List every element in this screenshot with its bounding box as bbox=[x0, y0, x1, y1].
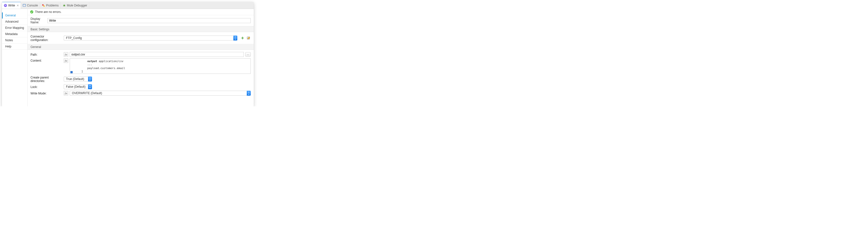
editor-marker-icon bbox=[70, 71, 73, 73]
svg-point-6 bbox=[43, 5, 44, 7]
write-connector-icon bbox=[4, 4, 7, 7]
write-mode-label: Write Mode: bbox=[31, 91, 62, 95]
section-general-title: General bbox=[28, 44, 254, 50]
connector-config-label: Connector configuration: bbox=[31, 34, 62, 42]
side-nav-error-mapping[interactable]: Error Mapping bbox=[2, 25, 27, 31]
validation-status-text: There are no errors. bbox=[35, 10, 62, 13]
side-nav-label: Metadata bbox=[5, 32, 18, 36]
content-code-text: --- bbox=[87, 63, 92, 66]
svg-point-5 bbox=[42, 4, 44, 6]
tab-label: Mule Debugger bbox=[67, 4, 87, 7]
fx-toggle-write-mode[interactable]: ƒx bbox=[64, 91, 68, 96]
lock-select[interactable]: False (Default) bbox=[64, 84, 92, 89]
side-nav-general[interactable]: General bbox=[2, 12, 27, 19]
section-basic-settings-title: Basic Settings bbox=[28, 26, 254, 32]
tab-label: Write bbox=[8, 4, 15, 7]
view-tabs-bar: Write ✕ Console Problems Mule Debugger bbox=[2, 2, 254, 9]
svg-point-13 bbox=[30, 10, 33, 13]
chevron-updown-icon bbox=[88, 77, 92, 81]
validation-status-bar: There are no errors. bbox=[28, 9, 254, 15]
check-ok-icon bbox=[30, 10, 33, 13]
svg-rect-15 bbox=[241, 38, 244, 38]
side-nav-label: Help bbox=[5, 45, 11, 48]
content-code-text: payload.customers.email bbox=[87, 66, 125, 70]
tab-mule-debugger[interactable]: Mule Debugger bbox=[61, 2, 89, 9]
create-parent-dirs-label: Create parent directories: bbox=[31, 75, 62, 83]
create-parent-dirs-value: True (Default) bbox=[64, 77, 88, 81]
tab-problems[interactable]: Problems bbox=[40, 2, 61, 9]
close-tab-icon[interactable]: ✕ bbox=[16, 4, 19, 7]
chevron-updown-icon bbox=[234, 35, 237, 40]
content-code-text: application/csv bbox=[99, 60, 123, 63]
problems-icon bbox=[42, 4, 45, 7]
tab-write[interactable]: Write ✕ bbox=[2, 2, 21, 9]
side-nav-notes[interactable]: Notes bbox=[2, 37, 27, 44]
display-name-label: Display Name: bbox=[31, 17, 45, 24]
side-nav-label: Error Mapping bbox=[5, 26, 24, 30]
path-input[interactable] bbox=[70, 52, 244, 57]
path-browse-button[interactable]: ... bbox=[245, 52, 251, 57]
console-icon bbox=[23, 4, 26, 7]
content-code-text: </ftp:content> bbox=[73, 73, 96, 74]
content-label: Content: bbox=[31, 58, 62, 62]
path-label: Path: bbox=[31, 52, 62, 56]
side-nav-label: Advanced bbox=[5, 20, 18, 23]
side-nav-metadata[interactable]: Metadata bbox=[2, 31, 27, 37]
tab-label: Problems bbox=[46, 4, 59, 7]
side-nav-label: Notes bbox=[5, 38, 13, 42]
connector-config-select[interactable]: FTP_Config bbox=[64, 35, 237, 40]
side-nav-help[interactable]: Help bbox=[2, 44, 27, 50]
lock-value: False (Default) bbox=[64, 84, 88, 89]
side-nav-label: General bbox=[5, 13, 16, 17]
content-code-keyword: output bbox=[87, 60, 99, 63]
tab-label: Console bbox=[27, 4, 38, 7]
edit-config-button[interactable] bbox=[246, 36, 251, 40]
fx-toggle-path[interactable]: ƒx bbox=[64, 52, 68, 57]
mule-debugger-icon bbox=[62, 4, 66, 7]
create-parent-dirs-select[interactable]: True (Default) bbox=[64, 77, 92, 81]
write-mode-value: OVERWRITE (Default) bbox=[70, 91, 247, 96]
component-config-window: Write ✕ Console Problems Mule Debugger G… bbox=[2, 2, 254, 106]
content-code-text: ] bbox=[81, 70, 83, 73]
write-mode-select[interactable]: OVERWRITE (Default) bbox=[70, 91, 251, 96]
config-side-nav: General Advanced Error Mapping Metadata … bbox=[2, 9, 28, 106]
fx-toggle-content[interactable]: ƒx bbox=[64, 58, 68, 63]
display-name-input[interactable] bbox=[48, 18, 251, 23]
chevron-updown-icon bbox=[247, 91, 251, 96]
connector-config-value: FTP_Config bbox=[64, 35, 234, 40]
config-main-panel: There are no errors. Display Name: Basic… bbox=[28, 9, 254, 106]
lock-label: Lock: bbox=[31, 85, 62, 89]
tab-console[interactable]: Console bbox=[21, 2, 40, 9]
content-code-editor[interactable]: output application/csv --- payload.custo… bbox=[70, 58, 251, 74]
add-config-button[interactable] bbox=[240, 36, 245, 40]
svg-point-7 bbox=[63, 5, 65, 6]
side-nav-advanced[interactable]: Advanced bbox=[2, 19, 27, 25]
svg-rect-4 bbox=[23, 4, 26, 5]
svg-rect-2 bbox=[5, 5, 6, 6]
chevron-updown-icon bbox=[88, 84, 92, 89]
